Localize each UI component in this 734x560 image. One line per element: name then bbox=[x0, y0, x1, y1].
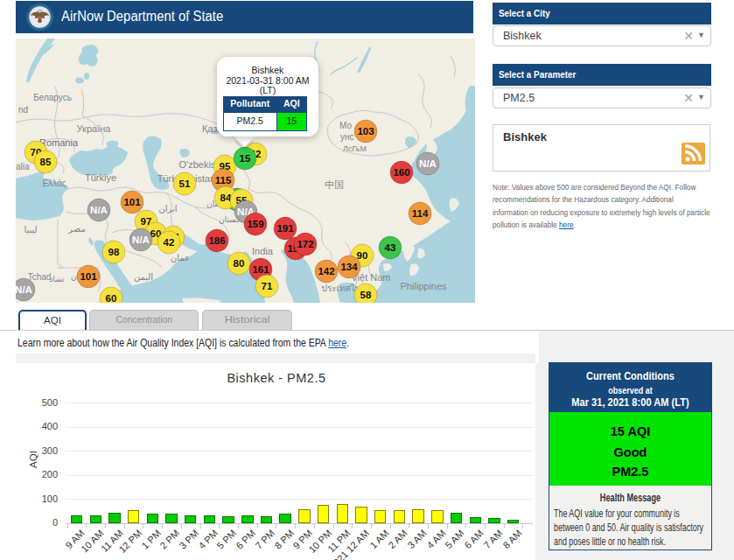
svg-text:90: 90 bbox=[357, 250, 368, 261]
svg-text:101: 101 bbox=[80, 271, 97, 282]
svg-text:172: 172 bbox=[297, 239, 313, 249]
svg-text:160: 160 bbox=[393, 167, 409, 178]
svg-text:ايران: ايران bbox=[158, 204, 177, 214]
svg-text:ليبيا: ليبيا bbox=[24, 225, 37, 234]
svg-text:103: 103 bbox=[357, 126, 374, 136]
svg-text:58: 58 bbox=[360, 290, 372, 300]
svg-text:101: 101 bbox=[123, 197, 141, 207]
svg-text:Беларусь: Беларусь bbox=[33, 93, 72, 102]
svg-text:43: 43 bbox=[385, 242, 396, 253]
svg-text:80: 80 bbox=[234, 258, 245, 269]
svg-text:Україна: Україна bbox=[77, 123, 112, 134]
svg-text:Мо: Мо bbox=[339, 121, 352, 130]
svg-text:98: 98 bbox=[108, 247, 120, 257]
svg-text:Türkiye: Türkiye bbox=[85, 172, 116, 183]
svg-text:унс: унс bbox=[340, 132, 354, 142]
svg-text:中国: 中国 bbox=[325, 179, 344, 190]
svg-text:Tchad: Tchad bbox=[28, 272, 52, 282]
svg-text:India: India bbox=[252, 246, 274, 256]
svg-text:191: 191 bbox=[276, 223, 294, 234]
svg-text:N/A: N/A bbox=[419, 158, 437, 169]
svg-text:134: 134 bbox=[340, 262, 358, 272]
svg-text:115: 115 bbox=[215, 175, 232, 186]
svg-text:اليمن: اليمن bbox=[134, 272, 153, 282]
svg-text:N/A: N/A bbox=[16, 284, 32, 295]
svg-text:161: 161 bbox=[252, 264, 269, 275]
svg-text:159: 159 bbox=[247, 219, 263, 229]
svg-text:142: 142 bbox=[318, 266, 334, 276]
svg-text:Ελλάς: Ελλάς bbox=[42, 178, 66, 188]
svg-text:عمان: عمان bbox=[171, 253, 190, 262]
svg-text:60: 60 bbox=[106, 293, 117, 303]
svg-text:85: 85 bbox=[40, 157, 52, 167]
svg-text:186: 186 bbox=[208, 235, 225, 246]
svg-text:71: 71 bbox=[262, 281, 273, 291]
svg-text:nd: nd bbox=[18, 105, 28, 115]
svg-text:ЛсГьМ: ЛсГьМ bbox=[343, 144, 367, 153]
svg-text:N/A: N/A bbox=[90, 205, 108, 215]
svg-text:42: 42 bbox=[164, 237, 175, 248]
svg-text:Philippines: Philippines bbox=[400, 281, 447, 291]
svg-text:alia: alia bbox=[16, 162, 30, 172]
svg-text:51: 51 bbox=[179, 178, 191, 189]
svg-text:N/A: N/A bbox=[132, 234, 150, 245]
svg-text:مصر: مصر bbox=[67, 224, 86, 234]
svg-text:15: 15 bbox=[240, 153, 251, 164]
svg-text:تشاد: تشاد bbox=[49, 275, 65, 284]
svg-text:114: 114 bbox=[412, 208, 429, 219]
